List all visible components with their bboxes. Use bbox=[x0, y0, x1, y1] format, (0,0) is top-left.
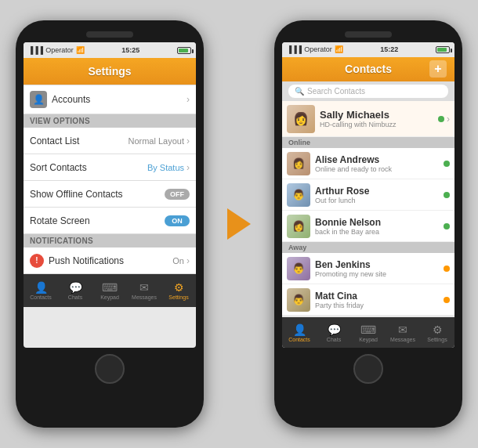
settings-tab-label-2: Settings bbox=[427, 337, 447, 342]
tab-contacts-2[interactable]: 👤 Contacts bbox=[284, 323, 315, 342]
battery-icon-2 bbox=[436, 46, 450, 53]
wifi-icon: 📶 bbox=[76, 46, 85, 54]
arrow-right-icon bbox=[227, 208, 251, 240]
search-placeholder: Search Contacts bbox=[307, 87, 365, 96]
signal-icon: ▐▐▐ bbox=[28, 46, 43, 54]
chats-tab-label: Chats bbox=[68, 294, 82, 300]
add-contact-button[interactable]: + bbox=[429, 60, 447, 78]
time-display-2: 15:22 bbox=[380, 45, 398, 53]
contact-alise[interactable]: 👩 Alise Andrews Online and ready to rock bbox=[282, 148, 454, 179]
sally-status: HD-calling with Nimbuzz bbox=[320, 121, 433, 128]
operator-label-2: Operator bbox=[304, 45, 332, 53]
tab-keypad[interactable]: ⌨ Keypad bbox=[94, 281, 125, 300]
contact-ben[interactable]: 👨 Ben Jenkins Promoting my new site bbox=[282, 253, 454, 284]
keypad-tab-label-2: Keypad bbox=[359, 337, 378, 342]
matt-status: Party this friday bbox=[315, 302, 439, 309]
signal-icon-2: ▐▐▐ bbox=[287, 45, 302, 53]
settings-tab-icon: ⚙ bbox=[174, 281, 184, 294]
ben-avatar: 👨 bbox=[287, 257, 310, 280]
tab-settings-2[interactable]: ⚙ Settings bbox=[422, 323, 453, 342]
ben-name: Ben Jenkins bbox=[315, 259, 439, 270]
ben-status-dot bbox=[444, 266, 450, 272]
sally-info: Sally Michaels HD-calling with Nimbuzz bbox=[320, 109, 433, 128]
contacts-tab-icon: 👤 bbox=[34, 281, 48, 294]
bonnie-status: back in the Bay area bbox=[315, 228, 439, 236]
tab-contacts[interactable]: 👤 Contacts bbox=[25, 281, 56, 300]
tab-keypad-2[interactable]: ⌨ Keypad bbox=[353, 323, 384, 342]
matt-img: 👨 bbox=[287, 288, 310, 312]
push-notifications-chevron: › bbox=[186, 255, 190, 266]
battery-icon bbox=[177, 47, 191, 54]
transition-arrow bbox=[227, 208, 251, 240]
accounts-row[interactable]: 👤 Accounts › bbox=[24, 85, 196, 114]
view-options-label: View Options bbox=[24, 114, 196, 128]
tab-settings[interactable]: ⚙ Settings bbox=[163, 281, 194, 300]
search-bar: 🔍 Search Contacts bbox=[282, 81, 454, 101]
account-icon: 👤 bbox=[30, 91, 47, 108]
contact-matt[interactable]: 👨 Matt Cina Party this friday bbox=[282, 284, 454, 316]
matt-name: Matt Cina bbox=[315, 291, 439, 302]
home-button-1[interactable] bbox=[95, 354, 125, 384]
wifi-icon-2: 📶 bbox=[335, 45, 343, 53]
alise-name: Alise Andrews bbox=[315, 154, 439, 165]
tab-messages-2[interactable]: ✉ Messages bbox=[387, 323, 418, 342]
chats-tab-icon-2: 💬 bbox=[328, 323, 341, 336]
arthur-avatar: 👨 bbox=[287, 183, 310, 207]
rotate-screen-row[interactable]: Rotate Screen ON bbox=[24, 208, 196, 234]
bonnie-info: Bonnie Nelson back in the Bay area bbox=[315, 217, 439, 236]
sally-name: Sally Michaels bbox=[320, 109, 433, 121]
featured-contact[interactable]: 👩 Sally Michaels HD-calling with Nimbuzz… bbox=[282, 101, 454, 137]
arthur-info: Arthur Rose Out for lunch bbox=[315, 186, 439, 204]
contact-bonnie[interactable]: 👩 Bonnie Nelson back in the Bay area bbox=[282, 211, 454, 242]
push-notifications-row[interactable]: ! Push Notifications On › bbox=[24, 247, 196, 274]
contact-list-value: Normal Layout bbox=[128, 136, 184, 146]
messages-tab-icon-2: ✉ bbox=[398, 323, 407, 336]
arthur-status-dot bbox=[444, 192, 450, 198]
settings-title: Settings bbox=[88, 65, 131, 78]
tab-chats-2[interactable]: 💬 Chats bbox=[318, 323, 349, 342]
ben-status: Promoting my new site bbox=[315, 270, 439, 278]
push-notifications-value: On bbox=[172, 256, 184, 266]
ben-info: Ben Jenkins Promoting my new site bbox=[315, 259, 439, 278]
notification-icon: ! bbox=[30, 254, 44, 268]
sort-contacts-row[interactable]: Sort Contacts By Status › bbox=[24, 154, 196, 181]
alise-info: Alise Andrews Online and ready to rock bbox=[315, 154, 439, 173]
messages-tab-icon: ✉ bbox=[139, 281, 149, 294]
phone-speaker-2 bbox=[345, 31, 392, 38]
arthur-status: Out for lunch bbox=[315, 197, 439, 204]
chats-tab-label-2: Chats bbox=[327, 337, 341, 342]
search-input[interactable]: 🔍 Search Contacts bbox=[288, 85, 448, 98]
accounts-chevron: › bbox=[186, 94, 190, 105]
away-section-label: Away bbox=[282, 242, 454, 253]
alise-avatar: 👩 bbox=[287, 152, 310, 175]
sort-contacts-chevron: › bbox=[186, 162, 190, 173]
sort-contacts-value: By Status bbox=[147, 163, 184, 172]
keypad-tab-label: Keypad bbox=[100, 294, 119, 300]
show-offline-row[interactable]: Show Offline Contacts OFF bbox=[24, 181, 196, 208]
alise-img: 👩 bbox=[287, 152, 310, 175]
arthur-name: Arthur Rose bbox=[315, 186, 439, 197]
contact-list-row[interactable]: Contact List Normal Layout › bbox=[24, 128, 196, 154]
add-icon: + bbox=[434, 62, 441, 76]
home-button-2[interactable] bbox=[353, 354, 383, 384]
contacts-header: Contacts + bbox=[282, 57, 454, 82]
bonnie-img: 👩 bbox=[287, 215, 310, 238]
rotate-screen-toggle[interactable]: ON bbox=[165, 215, 190, 226]
online-section-label: Online bbox=[282, 137, 454, 148]
bonnie-avatar: 👩 bbox=[287, 215, 310, 238]
messages-tab-label: Messages bbox=[132, 294, 157, 300]
tab-messages[interactable]: ✉ Messages bbox=[129, 281, 160, 300]
sally-status-dot bbox=[438, 116, 444, 122]
tab-bar-1: 👤 Contacts 💬 Chats ⌨ Keypad ✉ Messages ⚙… bbox=[24, 274, 196, 307]
show-offline-toggle[interactable]: OFF bbox=[165, 189, 190, 200]
matt-avatar: 👨 bbox=[287, 288, 310, 312]
push-notifications-label: Push Notifications bbox=[49, 255, 124, 266]
contact-arthur[interactable]: 👨 Arthur Rose Out for lunch bbox=[282, 179, 454, 211]
messages-tab-label-2: Messages bbox=[390, 337, 415, 342]
phone-1: ▐▐▐ Operator 📶 15:25 Settings 👤 Accounts… bbox=[16, 20, 204, 428]
tab-chats[interactable]: 💬 Chats bbox=[60, 281, 91, 300]
avatar-img: 👩 bbox=[287, 105, 315, 133]
search-icon: 🔍 bbox=[295, 87, 304, 96]
contacts-tab-icon-2: 👤 bbox=[293, 323, 306, 336]
settings-tab-icon-2: ⚙ bbox=[433, 323, 443, 336]
